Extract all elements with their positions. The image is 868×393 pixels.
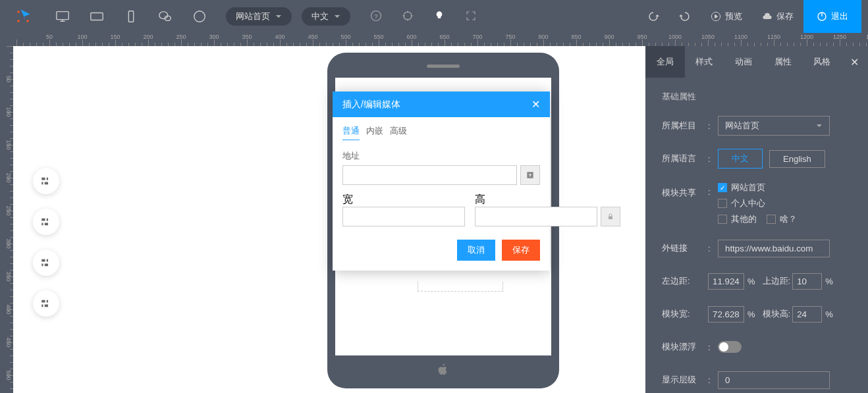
share-other-checkbox[interactable] [718,215,727,224]
device-miniprogram[interactable] [183,0,216,33]
svg-rect-29 [41,259,45,262]
modal-close-button[interactable]: ✕ [531,98,540,111]
modal-tabs: 普通 内嵌 高级 [342,125,540,140]
top-toolbar: 网站首页 中文 ? 预览 保存 退出 [0,0,868,33]
svg-rect-32 [45,264,48,267]
address-input[interactable] [342,165,517,185]
share-home-label: 网站首页 [731,182,765,194]
widget-button-2[interactable] [33,209,59,235]
svg-rect-26 [47,219,48,221]
svg-rect-22 [47,178,48,180]
widget-button-4[interactable] [33,290,59,317]
target-icon[interactable] [402,10,414,24]
svg-rect-30 [47,259,48,262]
width-input[interactable] [342,207,465,226]
address-browse-button[interactable] [520,165,540,185]
tab-attribute[interactable]: 属性 [763,46,803,78]
language-selector-label: 中文 [312,11,329,22]
page-selector[interactable]: 网站首页 [226,7,292,26]
undo-button[interactable] [637,0,669,33]
module-width-input[interactable] [708,306,744,323]
column-select[interactable]: 网站首页 [718,116,830,136]
svg-rect-28 [45,223,48,226]
language-selector[interactable]: 中文 [302,7,350,26]
fullscreen-icon[interactable] [465,10,477,24]
lock-ratio-button[interactable] [601,207,620,226]
share-what-label: 啥？ [780,213,797,225]
tab-animation[interactable]: 动画 [724,46,763,78]
svg-rect-21 [41,178,45,180]
widget-button-1[interactable] [33,168,59,194]
modal-cancel-button[interactable]: 取消 [457,240,495,261]
device-desktop[interactable] [46,0,79,33]
share-label: 模块共享 [662,182,708,199]
share-personal-label: 个人中心 [731,197,765,209]
module-width-label: 模块宽: [662,308,708,320]
exit-button[interactable]: 退出 [803,0,861,33]
panel-close-button[interactable]: ✕ [842,46,868,78]
app-logo[interactable] [7,7,40,26]
preview-button[interactable]: 预览 [701,0,752,33]
float-toggle[interactable] [718,341,742,353]
link-label: 外链接 [662,242,708,254]
properties-panel: 全局 样式 动画 属性 风格 ✕ 基础属性 所属栏目 : 网站首页 所属语言 :… [645,46,868,393]
module-height-input[interactable] [792,306,822,323]
help-icon[interactable]: ? [370,10,382,24]
svg-rect-25 [41,219,45,221]
device-phone[interactable] [115,0,148,33]
column-label: 所属栏目 [662,120,708,132]
share-other-label: 其他的 [731,213,757,225]
modal-header: 插入/编辑媒体 ✕ [333,92,550,117]
left-margin-input[interactable] [708,273,744,290]
tab-global[interactable]: 全局 [645,46,685,78]
pct-unit: % [825,276,833,286]
device-wechat[interactable] [149,0,182,33]
floating-toolbox [33,168,59,317]
svg-rect-33 [41,300,45,303]
svg-rect-3 [57,12,68,20]
chevron-down-icon [275,13,282,20]
pct-unit: % [747,276,755,286]
tab-style[interactable]: 样式 [685,46,724,78]
lang-en-button[interactable]: English [769,150,825,168]
svg-point-0 [17,11,20,13]
save-button[interactable]: 保存 [752,0,803,33]
svg-rect-23 [41,182,43,185]
preview-label: 预览 [725,11,742,22]
svg-point-13 [404,12,412,20]
left-margin-label: 左边距: [662,275,708,287]
address-label: 地址 [342,150,540,162]
tab-embed[interactable]: 内嵌 [366,125,383,140]
widget-button-3[interactable] [33,249,59,276]
tab-theme[interactable]: 风格 [802,46,842,78]
modal-save-button[interactable]: 保存 [502,240,540,261]
upload-icon [526,170,535,180]
zindex-input[interactable] [718,371,830,389]
width-label: 宽 [342,194,353,205]
play-icon [711,11,721,22]
bulb-icon[interactable] [433,10,445,24]
ruler-vertical: 50100150200250300350400450500550 [0,46,13,393]
share-home-checkbox[interactable]: ✓ [718,183,727,192]
height-label: 高 [475,194,485,205]
link-input[interactable] [718,240,830,257]
svg-rect-31 [41,264,43,267]
top-margin-input[interactable] [792,273,822,290]
insert-media-modal: 插入/编辑媒体 ✕ 普通 内嵌 高级 地址 宽 高 [333,92,550,271]
power-icon [817,11,827,22]
tab-general[interactable]: 普通 [342,125,360,140]
share-personal-checkbox[interactable] [718,199,727,208]
save-label: 保存 [776,11,794,22]
lock-icon [607,213,614,221]
pct-unit: % [825,309,833,319]
svg-text:?: ? [374,12,378,19]
lang-cn-button[interactable]: 中文 [718,149,763,169]
device-tablet-landscape[interactable] [80,0,113,33]
column-value: 网站首页 [725,120,759,132]
share-what-checkbox[interactable] [767,215,776,224]
redo-button[interactable] [669,0,701,33]
tab-advanced[interactable]: 高级 [390,125,407,140]
pct-unit: % [747,309,755,319]
chevron-down-icon [816,122,823,129]
height-input[interactable] [475,207,597,226]
